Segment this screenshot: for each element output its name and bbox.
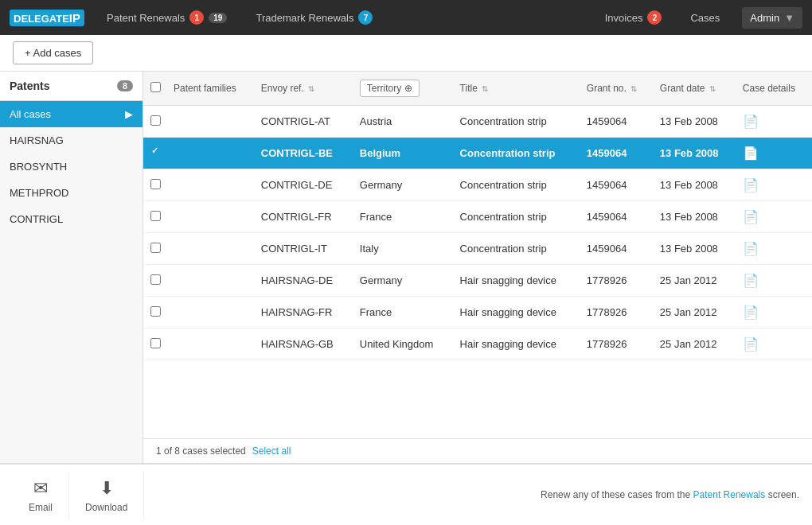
grant-no-header[interactable]: Grant no. ⇅ — [580, 72, 654, 106]
grant-date-cell: 13 Feb 2008 — [654, 106, 736, 138]
case-details-cell[interactable]: 📄 — [736, 297, 812, 329]
title-cell: Concentration strip — [454, 138, 580, 169]
sort-icon: ⇅ — [482, 84, 488, 93]
trademark-renewals-nav[interactable]: Trademark Renewals 7 — [249, 7, 379, 28]
case-details-cell[interactable]: 📄 — [736, 169, 812, 201]
case-details-cell[interactable]: 📄 — [736, 329, 812, 360]
envoy-ref-cell: CONTRIGL-AT — [255, 106, 353, 138]
row-checkbox-cell[interactable] — [143, 201, 167, 233]
sidebar-item-label: METHPROD — [10, 187, 68, 199]
sidebar-item-label: CONTRIGL — [10, 213, 63, 225]
document-icon[interactable]: 📄 — [743, 146, 759, 160]
document-icon[interactable]: 📄 — [743, 337, 759, 351]
document-icon[interactable]: 📄 — [743, 305, 759, 319]
sidebar-item-brosynth[interactable]: BROSYNTH — [0, 154, 142, 180]
row-checkbox-cell[interactable] — [143, 265, 167, 297]
envoy-ref-cell: CONTRIGL-DE — [255, 169, 353, 201]
document-icon[interactable]: 📄 — [743, 274, 759, 287]
title-cell: Hair snagging device — [454, 297, 580, 329]
case-details-cell[interactable]: 📄 — [736, 138, 812, 169]
select-all-link[interactable]: Select all — [252, 445, 291, 457]
row-checkbox-cell[interactable] — [143, 138, 167, 169]
document-icon[interactable]: 📄 — [743, 178, 759, 192]
status-bar: 1 of 8 cases selected Select all — [143, 438, 812, 463]
row-checkbox-cell[interactable] — [143, 106, 167, 138]
admin-dropdown[interactable]: Admin ▼ — [742, 7, 802, 29]
table-container: Patent families Envoy ref. ⇅ Territory ⊕ — [143, 72, 812, 438]
grant-no-cell: 1778926 — [580, 265, 654, 297]
row-checkbox-cell[interactable] — [143, 329, 167, 360]
grant-no-cell: 1459064 — [580, 169, 654, 201]
sidebar: Patents 8 All cases ▶ HAIRSNAG BROSYNTH … — [0, 72, 143, 463]
table-row[interactable]: CONTRIGL-IT Italy Concentration strip 14… — [143, 233, 812, 265]
patent-families-header: Patent families — [167, 72, 255, 106]
table-row[interactable]: CONTRIGL-BE Belgium Concentration strip … — [143, 138, 812, 169]
patent-family-cell — [167, 265, 255, 297]
grant-date-cell: 13 Feb 2008 — [654, 138, 736, 169]
document-icon[interactable]: 📄 — [743, 210, 759, 224]
title-cell: Concentration strip — [454, 201, 580, 233]
grant-date-cell: 13 Feb 2008 — [654, 169, 736, 201]
row-checkbox-cell[interactable] — [143, 169, 167, 201]
table-row[interactable]: HAIRSNAG-DE Germany Hair snagging device… — [143, 265, 812, 297]
row-checkbox[interactable] — [150, 179, 161, 189]
row-checkbox[interactable] — [150, 274, 161, 285]
logo-box: DELEGATEIP — [10, 10, 84, 26]
document-icon[interactable]: 📄 — [743, 242, 759, 255]
row-checkbox[interactable] — [150, 306, 161, 317]
row-checkbox[interactable] — [150, 115, 161, 126]
row-checkbox[interactable] — [150, 338, 161, 348]
grant-date-cell: 13 Feb 2008 — [654, 201, 736, 233]
grant-date-cell: 25 Jan 2012 — [654, 265, 736, 297]
select-all-checkbox[interactable] — [150, 82, 161, 92]
filter-icon: ⊕ — [404, 83, 412, 94]
table-row[interactable]: HAIRSNAG-GB United Kingdom Hair snagging… — [143, 329, 812, 360]
sidebar-item-all-cases[interactable]: All cases ▶ — [0, 101, 142, 127]
patent-renewals-link[interactable]: Patent Renewals — [693, 489, 766, 500]
territory-filter-button[interactable]: Territory ⊕ — [360, 80, 420, 97]
row-checkbox-cell[interactable] — [143, 297, 167, 329]
case-details-cell[interactable]: 📄 — [736, 106, 812, 138]
envoy-ref-cell: CONTRIGL-FR — [255, 201, 353, 233]
case-details-cell[interactable]: 📄 — [736, 233, 812, 265]
patent-renewals-nav[interactable]: Patent Renewals 1 19 — [100, 7, 233, 28]
case-details-cell[interactable]: 📄 — [736, 201, 812, 233]
grant-no-cell: 1778926 — [580, 297, 654, 329]
territory-header[interactable]: Territory ⊕ — [353, 72, 454, 106]
table-row[interactable]: HAIRSNAG-FR France Hair snagging device … — [143, 297, 812, 329]
case-details-cell[interactable]: 📄 — [736, 265, 812, 297]
selected-count-text: 1 of 8 cases selected — [156, 445, 246, 457]
table-row[interactable]: CONTRIGL-AT Austria Concentration strip … — [143, 106, 812, 138]
download-action[interactable]: ⬇ Download — [69, 472, 144, 519]
title-cell: Concentration strip — [454, 106, 580, 138]
case-details-header: Case details — [736, 72, 812, 106]
title-cell: Concentration strip — [454, 169, 580, 201]
add-cases-button[interactable]: + Add cases — [13, 41, 93, 64]
checked-checkbox[interactable] — [150, 146, 161, 158]
row-checkbox-cell[interactable] — [143, 233, 167, 265]
row-checkbox[interactable] — [150, 243, 161, 253]
sidebar-item-hairsnag[interactable]: HAIRSNAG — [0, 127, 142, 154]
download-label: Download — [85, 502, 127, 513]
document-icon[interactable]: 📄 — [743, 115, 759, 128]
table-row[interactable]: CONTRIGL-FR France Concentration strip 1… — [143, 201, 812, 233]
table-row[interactable]: CONTRIGL-DE Germany Concentration strip … — [143, 169, 812, 201]
envoy-ref-header[interactable]: Envoy ref. ⇅ — [255, 72, 353, 106]
select-all-header[interactable] — [143, 72, 167, 106]
territory-cell: France — [353, 201, 454, 233]
sidebar-item-contrigl[interactable]: CONTRIGL — [0, 206, 142, 232]
sidebar-item-methprod[interactable]: METHPROD — [0, 180, 142, 206]
trademark-badge: 7 — [358, 10, 373, 25]
title-header[interactable]: Title ⇅ — [454, 72, 580, 106]
cases-table: Patent families Envoy ref. ⇅ Territory ⊕ — [143, 72, 812, 360]
email-action[interactable]: ✉ Email — [13, 472, 69, 519]
grant-no-cell: 1459064 — [580, 106, 654, 138]
patent-family-cell — [167, 201, 255, 233]
row-checkbox[interactable] — [150, 211, 161, 221]
cases-nav[interactable]: Cases — [684, 9, 726, 27]
patent-family-cell — [167, 169, 255, 201]
grant-date-header[interactable]: Grant date ⇅ — [654, 72, 736, 106]
patent-gray-badge: 19 — [209, 13, 227, 23]
invoices-nav[interactable]: Invoices 2 — [599, 7, 669, 28]
download-icon: ⬇ — [100, 478, 114, 499]
